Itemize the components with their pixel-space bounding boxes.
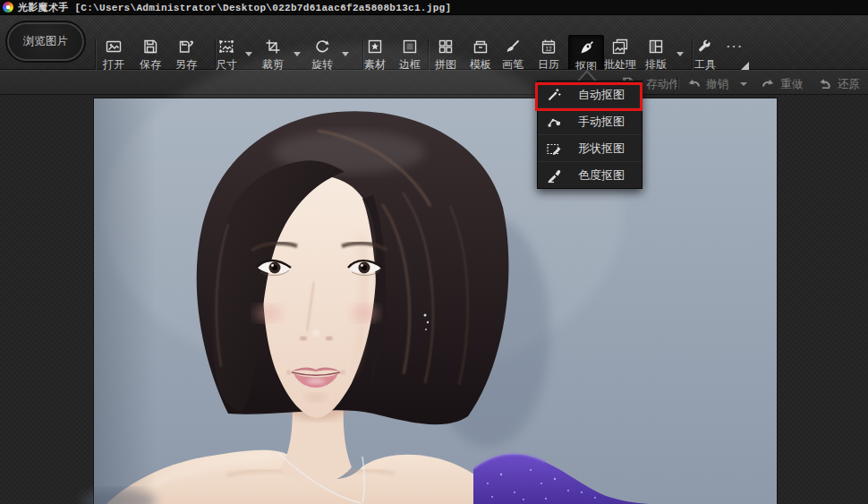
app-logo-icon bbox=[3, 2, 13, 13]
menu-item-shape-cutout[interactable]: 形状抠图 bbox=[538, 134, 642, 161]
undo-chevron-down-icon[interactable] bbox=[740, 82, 747, 86]
resize-chevron-down-icon[interactable] bbox=[245, 52, 252, 56]
menu-item-auto-cutout[interactable]: 自动抠图 bbox=[538, 81, 642, 107]
browse-images-label: 浏览图片 bbox=[23, 34, 68, 49]
actionbar-separator bbox=[677, 77, 679, 90]
manual-path-icon bbox=[546, 114, 562, 130]
menu-item-label: 形状抠图 bbox=[578, 141, 625, 157]
restore-icon[interactable] bbox=[817, 76, 832, 94]
color-dropper-icon bbox=[546, 167, 562, 184]
toolbar-button-label: 打开 bbox=[103, 59, 124, 70]
menu-item-chroma-cutout[interactable]: 色度抠图 bbox=[538, 161, 642, 188]
portrait-graphic bbox=[94, 98, 777, 504]
menu-item-manual-cutout[interactable]: 手动抠图 bbox=[538, 107, 642, 134]
save-as-icon bbox=[177, 37, 195, 56]
toolbar-button-label: 画笔 bbox=[502, 59, 523, 70]
cutout-dropdown-menu: 自动抠图 手动抠图 形状抠图 bbox=[537, 81, 642, 189]
more-tools-button[interactable]: ··· bbox=[727, 39, 744, 53]
pen-cutout-icon bbox=[577, 38, 595, 58]
layout-icon bbox=[647, 37, 665, 56]
magic-wand-icon bbox=[546, 87, 562, 103]
portrait-image bbox=[94, 98, 777, 504]
toolbar-button-label: 工具 bbox=[694, 59, 716, 70]
layout-chevron-down-icon[interactable] bbox=[677, 52, 684, 56]
menu-item-label: 手动抠图 bbox=[578, 114, 625, 130]
svg-text:12: 12 bbox=[545, 46, 552, 52]
redo-button[interactable]: 重做 bbox=[780, 77, 803, 92]
restore-button[interactable]: 还原 bbox=[838, 77, 860, 92]
canvas-area bbox=[0, 95, 868, 504]
shape-cutout-icon bbox=[546, 141, 562, 157]
toolbar-button-label: 日历 bbox=[538, 59, 559, 70]
toolbar-button-label: 排版 bbox=[645, 59, 667, 70]
template-icon bbox=[472, 37, 489, 56]
toolbar-button-label: 保存 bbox=[140, 59, 161, 70]
save-icon bbox=[141, 37, 159, 56]
menu-item-label: 色度抠图 bbox=[578, 167, 625, 184]
undo-button[interactable]: 撤销 bbox=[706, 77, 728, 92]
save-action-button[interactable]: 存动作 bbox=[646, 77, 680, 92]
redo-icon[interactable] bbox=[761, 76, 776, 94]
menu-pointer-inner bbox=[580, 73, 594, 81]
calendar-icon: 12 bbox=[540, 37, 557, 56]
wrench-icon bbox=[696, 37, 714, 56]
open-icon bbox=[105, 37, 123, 56]
batch-icon bbox=[611, 37, 629, 56]
menu-item-label: 自动抠图 bbox=[578, 87, 625, 103]
photoworks-window: 光影魔术手 [C:\Users\Administrator\Desktop\02… bbox=[0, 0, 868, 504]
brush-icon bbox=[504, 37, 522, 56]
window-title: 光影魔术手 [C:\Users\Administrator\Desktop\02… bbox=[18, 1, 451, 14]
resize-icon bbox=[217, 37, 235, 56]
toolbar-button-label: 批处理 bbox=[604, 59, 636, 70]
toolbar-button-label: 另存 bbox=[175, 59, 197, 70]
crop-icon bbox=[264, 37, 282, 56]
toolbar-expand-icon[interactable] bbox=[741, 62, 749, 70]
browse-images-button[interactable]: 浏览图片 bbox=[7, 22, 84, 61]
title-bar: 光影魔术手 [C:\Users\Administrator\Desktop\02… bbox=[0, 0, 868, 15]
undo-icon[interactable] bbox=[686, 76, 702, 94]
